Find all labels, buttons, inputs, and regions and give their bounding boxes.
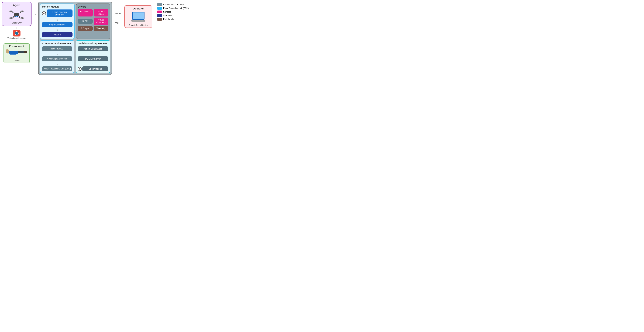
circle-a-decision: A (78, 67, 82, 71)
drone-svg (8, 8, 26, 20)
drivers-title: Drivers (78, 5, 108, 8)
decision-module: Decision-making Module Action Commands ↑… (76, 40, 110, 73)
agent-title: Agent (13, 4, 20, 7)
environment-box: Environment Victim (4, 43, 30, 63)
pomdp-solver-block: POMDP Solver (78, 56, 108, 61)
svg-line-4 (18, 16, 22, 18)
legend-label-peripherals: Peripherals (163, 18, 174, 21)
companion-computer-box: Motion Module A Local Position Estimator… (38, 2, 112, 75)
imu-drivers-block: IMU Drivers (78, 9, 92, 17)
env-title: Environment (9, 45, 24, 48)
legend-item-companion: Companion Computer (157, 3, 190, 6)
visual-odometry-block: Visual Odometry (94, 18, 108, 25)
legend-swatch-peripherals (157, 18, 162, 21)
laptop-svg (130, 11, 146, 23)
lpe-row: A Local Position Estimator (42, 10, 72, 17)
victim-figure (5, 48, 28, 59)
svg-rect-28 (135, 20, 142, 20)
motors-block: Motors (42, 32, 72, 37)
operator-col: Operator Ground Control Station (124, 2, 152, 28)
cnn-detector-block: CNN Object Detector (42, 56, 72, 61)
arrow-cnn-vpu: ↓ (42, 62, 72, 65)
drivers-box: Drivers IMU Drivers Distance Sensor SLAM… (76, 4, 110, 39)
legend-label-fcu: Flight Controller Unit (FCU) (163, 7, 189, 10)
arrow-lpe-fc: ↓ (42, 18, 72, 21)
flight-controller-block: Flight Controller (42, 22, 72, 27)
raw-frames-block: Raw Frames (42, 46, 72, 51)
drone-image (7, 8, 26, 21)
legend-item-fcu: Flight Controller Unit (FCU) (157, 7, 190, 10)
distance-sensor-block: Distance Sensor (94, 9, 108, 17)
legend-item-actuators: Actuators (157, 14, 190, 17)
operator-box: Operator Ground Control Station (124, 5, 152, 28)
small-uav-label: Small UAV (12, 22, 22, 24)
svg-point-11 (10, 17, 12, 19)
circle-a-motion: A (42, 12, 46, 15)
arrow-fc-motors: ↓ (42, 28, 72, 31)
radio-wifi-labels: Radio Wi-Fi (114, 9, 122, 28)
camera-icon (13, 30, 20, 37)
arrow-camera-to-env: ↓ (16, 40, 17, 43)
vision-label: Vision-based sensors (8, 37, 26, 39)
legend-item-peripherals: Peripherals (157, 18, 190, 21)
svg-point-10 (22, 11, 23, 12)
legend-box: Companion Computer Flight Controller Uni… (156, 2, 191, 22)
laptop-container (130, 11, 146, 23)
legend-swatch-companion (157, 3, 162, 6)
arrow-agent-to-motion: → (33, 2, 36, 16)
svg-rect-30 (136, 21, 140, 21)
svg-point-12 (22, 17, 23, 19)
svg-point-9 (10, 11, 12, 12)
legend-label-sensors: Sensors (163, 11, 171, 13)
arrow-ac-pomdp: ↑ (78, 52, 108, 55)
legend-item-sensors: Sensors (157, 11, 190, 13)
svg-rect-26 (133, 13, 144, 19)
wifi-label: Wi-Fi (116, 22, 121, 24)
svg-point-18 (16, 16, 17, 17)
connections-col: Radio Wi-Fi (114, 2, 122, 28)
drivers-bottom-row: RC input Telemetry (78, 26, 108, 31)
cv-module-title: Computer Vision Module (42, 42, 72, 45)
lpe-block: Local Position Estimator (46, 10, 72, 17)
gcs-label: Ground Control Station (128, 24, 148, 26)
legend-label-actuators: Actuators (163, 14, 172, 17)
legend-label-companion: Companion Computer (163, 3, 184, 6)
decision-module-title: Decision-making Module (78, 42, 108, 45)
victim-label: Victim (14, 59, 20, 62)
arrow-rf-cnn: ↓ (42, 52, 72, 55)
arrow-pomdp-obs: ↑ (78, 62, 108, 65)
legend-swatch-actuators (157, 14, 162, 17)
radio-label: Radio (116, 12, 121, 15)
rc-input-block: RC input (78, 26, 92, 31)
observations-block: Observations (82, 66, 108, 71)
vpu-block: Vision Processing Unit (VPU) (42, 66, 72, 71)
top-row: Motion Module A Local Position Estimator… (40, 4, 110, 39)
svg-line-2 (18, 12, 22, 14)
operator-title: Operator (133, 7, 144, 10)
slam-block: SLAM (78, 19, 92, 24)
legend-swatch-fcu (157, 7, 162, 10)
action-commands-block: Action Commands (78, 46, 108, 51)
legend-swatch-sensors (157, 11, 162, 13)
arrow-agent-to-camera: ↓ (16, 27, 17, 30)
svg-point-24 (6, 49, 9, 51)
svg-point-23 (24, 51, 27, 53)
motion-module: Motion Module A Local Position Estimator… (40, 4, 74, 39)
drivers-mid-row: SLAM Visual Odometry (78, 18, 108, 25)
svg-rect-22 (10, 53, 17, 55)
svg-line-1 (12, 12, 16, 14)
obs-row: A Observations (78, 66, 108, 71)
agent-box: Agent (2, 2, 32, 26)
telemetry-block: Telemetry (94, 26, 108, 31)
victim-svg (5, 48, 28, 59)
drivers-top-row: IMU Drivers Distance Sensor (78, 9, 108, 17)
cv-module: Computer Vision Module Raw Frames ↓ CNN … (40, 40, 74, 73)
bottom-row: Computer Vision Module Raw Frames ↓ CNN … (40, 40, 110, 73)
motion-module-title: Motion Module (42, 5, 72, 8)
svg-line-3 (12, 16, 16, 18)
